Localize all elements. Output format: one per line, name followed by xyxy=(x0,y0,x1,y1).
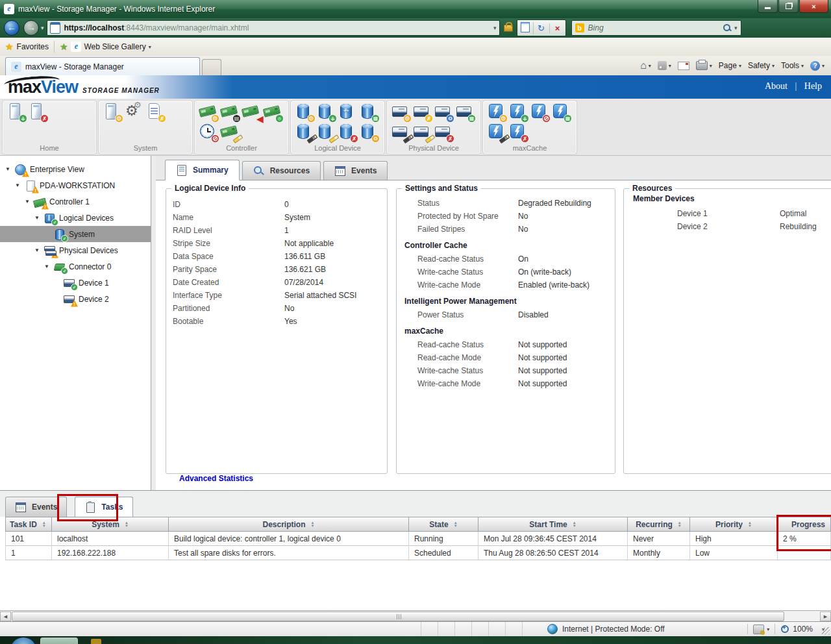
page-mode-icon[interactable] xyxy=(753,625,764,634)
logical-device-settings-button[interactable]: ⚙ xyxy=(295,103,316,122)
restore-button[interactable] xyxy=(778,0,799,13)
archive-logs-button[interactable]: ✗ xyxy=(145,103,167,122)
web-slice-gallery-button[interactable]: Web Slice Gallery xyxy=(84,42,145,51)
print-dropdown[interactable]: ▾ xyxy=(710,63,712,69)
search-dropdown[interactable]: ▾ xyxy=(734,25,738,31)
create-logical-device-button[interactable]: + xyxy=(316,103,338,122)
maxview-settings-button[interactable] xyxy=(124,103,145,122)
collapse-arrow-icon[interactable]: ▼ xyxy=(5,166,14,172)
silence-alarm-button[interactable]: ⊘ xyxy=(199,123,220,142)
delete-system-button[interactable]: ✗ xyxy=(28,103,49,122)
security-lock-icon[interactable] xyxy=(504,25,513,32)
address-dropdown[interactable]: ▾ xyxy=(493,25,497,31)
browser-tab-active[interactable]: e maxView - Storage Manager xyxy=(5,57,200,75)
sort-icon[interactable]: ▲▼ xyxy=(311,521,315,528)
help-dropdown[interactable]: ▾ xyxy=(822,63,825,69)
device-power-management-button[interactable]: O xyxy=(434,103,455,122)
collapse-arrow-icon[interactable]: ▼ xyxy=(34,247,43,253)
refresh-button[interactable]: ↻ xyxy=(534,23,550,33)
tree-item-logical-devices[interactable]: ▼✓Logical Devices xyxy=(0,210,151,226)
tree-item-connector-0[interactable]: ▼✓Connector 0 xyxy=(0,258,151,275)
home-dropdown[interactable]: ▾ xyxy=(649,63,651,69)
taskbar-app-icon[interactable] xyxy=(91,639,101,644)
force-online-logical-device-button[interactable]: O xyxy=(359,123,380,142)
secure-erase-physical-device-button[interactable] xyxy=(412,123,434,142)
advanced-statistics-link[interactable]: Advanced Statistics xyxy=(179,474,253,483)
column-header-state[interactable]: State▲▼ xyxy=(409,517,478,532)
delete-logical-device-button[interactable]: ✗ xyxy=(338,123,359,142)
tree-item-device-1[interactable]: ✓Device 1 xyxy=(0,275,151,291)
tools-menu[interactable]: Tools▾ xyxy=(781,61,804,70)
web-slice-dropdown[interactable]: ▾ xyxy=(149,44,151,50)
horizontal-scrollbar[interactable]: ◀ ▶ xyxy=(0,610,831,621)
collapse-arrow-icon[interactable]: ▼ xyxy=(34,215,43,221)
close-button[interactable]: × xyxy=(799,0,828,13)
tab-events[interactable]: Events xyxy=(323,161,388,180)
table-row[interactable]: 1192.168.222.188Test all spare disks for… xyxy=(5,546,831,560)
spare-management-button[interactable]: ✗ xyxy=(412,103,434,122)
home-icon[interactable]: ⌂ xyxy=(640,60,647,71)
fail-physical-device-button[interactable]: ✗ xyxy=(434,123,455,142)
scroll-right-arrow[interactable]: ▶ xyxy=(820,612,831,621)
tree-item-device-2[interactable]: !Device 2 xyxy=(0,291,151,307)
url-text[interactable]: https://localhost:8443/maxview/manager/m… xyxy=(64,23,249,32)
column-header-system[interactable]: System▲▼ xyxy=(52,517,169,532)
compatibility-view-button[interactable] xyxy=(517,22,534,34)
start-orb-icon[interactable] xyxy=(10,638,36,644)
initialize-maxcache-button[interactable]: ▦ xyxy=(551,103,573,122)
erase-configuration-button[interactable] xyxy=(220,123,242,142)
column-header-priority[interactable]: Priority▲▼ xyxy=(690,517,778,532)
page-menu[interactable]: Page▾ xyxy=(719,61,741,70)
sort-icon[interactable]: ▲▼ xyxy=(454,521,458,528)
tree-item-physical-devices[interactable]: ▼!Physical Devices xyxy=(0,242,151,258)
initialize-logical-device-button[interactable]: ▦ xyxy=(359,103,380,122)
rescan-controller-button[interactable]: ○ xyxy=(263,103,284,122)
tab-tasks[interactable]: Tasks xyxy=(75,497,132,517)
locate-logical-device-button[interactable] xyxy=(295,123,316,142)
minimize-button[interactable] xyxy=(758,0,778,13)
save-configuration-button[interactable]: ▤ xyxy=(220,103,242,122)
address-bar[interactable]: https://localhost:8443/maxview/manager/m… xyxy=(47,20,500,36)
sort-icon[interactable]: ▲▼ xyxy=(678,521,682,528)
sort-icon[interactable]: ▲▼ xyxy=(125,521,129,528)
collapse-arrow-icon[interactable]: ▼ xyxy=(25,199,34,204)
physical-device-settings-button[interactable]: ⚙ xyxy=(391,103,412,122)
create-maxcache-button[interactable]: + xyxy=(508,103,530,122)
delete-maxcache-button[interactable]: ✗ xyxy=(508,123,530,142)
forward-button[interactable]: → xyxy=(23,20,39,36)
sort-icon[interactable]: ▲▼ xyxy=(573,521,577,528)
zoom-control[interactable]: 100% ▾ xyxy=(780,625,825,634)
about-link[interactable]: About xyxy=(765,81,788,91)
scrollbar-thumb[interactable] xyxy=(12,612,784,621)
disable-maxcache-button[interactable]: ⊘ xyxy=(530,103,551,122)
column-header-progress[interactable]: Progress xyxy=(778,517,831,532)
sort-icon[interactable]: ▲▼ xyxy=(748,521,752,528)
help-link[interactable]: Help xyxy=(804,81,822,91)
taskbar-app-icon[interactable] xyxy=(40,638,78,644)
search-icon[interactable] xyxy=(723,23,732,32)
new-tab-stub[interactable] xyxy=(202,59,221,75)
tab-summary[interactable]: Summary xyxy=(165,160,240,180)
tree-item-controller-1[interactable]: ▼!Controller 1 xyxy=(0,193,151,210)
collapse-arrow-icon[interactable]: ▼ xyxy=(15,182,24,188)
scroll-left-arrow[interactable]: ◀ xyxy=(0,612,11,621)
erase-logical-device-button[interactable] xyxy=(316,123,338,142)
controller-settings-button[interactable]: ⚙ xyxy=(199,103,220,122)
column-header-task-id[interactable]: Task ID▲▼ xyxy=(5,517,52,532)
tree-item-enterprise-view[interactable]: ▼!Enterprise View xyxy=(0,161,151,177)
expand-logical-device-button[interactable]: ↔ xyxy=(338,103,359,122)
tab-resources[interactable]: Resources xyxy=(242,161,321,180)
page-mode-dropdown[interactable]: ▾ xyxy=(767,626,769,632)
collapse-arrow-icon[interactable]: ▼ xyxy=(44,264,53,269)
add-favorite-icon[interactable]: ★ xyxy=(60,42,68,52)
tree-item-system[interactable]: ✓System xyxy=(0,226,151,242)
column-header-start-time[interactable]: Start Time▲▼ xyxy=(478,517,628,532)
table-row[interactable]: 101localhostBuild logical device: contro… xyxy=(5,532,831,546)
search-box[interactable]: b Bing ▾ xyxy=(571,20,741,36)
safety-menu[interactable]: Safety▾ xyxy=(748,61,775,70)
back-button[interactable]: ← xyxy=(4,20,19,36)
locate-physical-device-button[interactable] xyxy=(391,123,412,142)
stop-button[interactable]: × xyxy=(550,23,565,33)
initialize-physical-device-button[interactable]: ▦ xyxy=(455,103,477,122)
print-icon[interactable] xyxy=(696,61,708,70)
